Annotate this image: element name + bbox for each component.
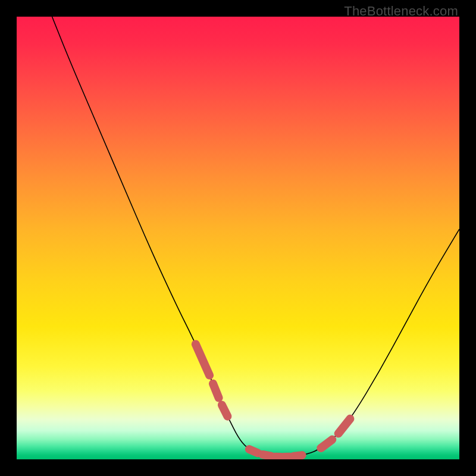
plot-area: [17, 17, 459, 459]
highlight-dash: [249, 449, 258, 453]
highlight-dash: [196, 344, 209, 375]
highlight-dash: [339, 419, 350, 434]
highlight-dash: [222, 405, 228, 416]
bottleneck-curve: [52, 17, 460, 457]
highlight-dash: [293, 455, 302, 456]
highlight-dash: [321, 440, 332, 448]
curve-svg: [17, 17, 459, 459]
highlight-dash: [213, 384, 219, 398]
highlight-dash: [262, 455, 271, 456]
chart-frame: TheBottleneck.com: [0, 0, 476, 476]
highlight-group: [196, 344, 350, 457]
